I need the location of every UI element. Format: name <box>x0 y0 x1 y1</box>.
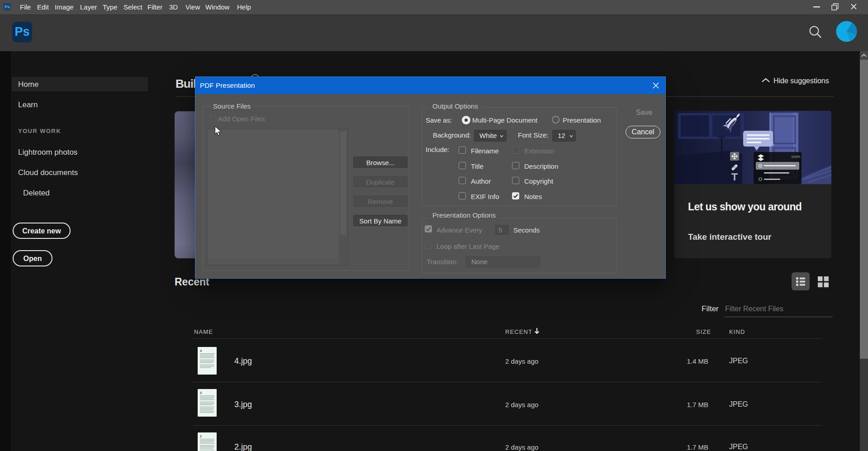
svg-text:3: 3 <box>200 391 202 394</box>
svg-text:100%: 100% <box>791 155 800 159</box>
svg-text:2: 2 <box>200 435 202 438</box>
svg-text:4: 4 <box>200 349 202 352</box>
